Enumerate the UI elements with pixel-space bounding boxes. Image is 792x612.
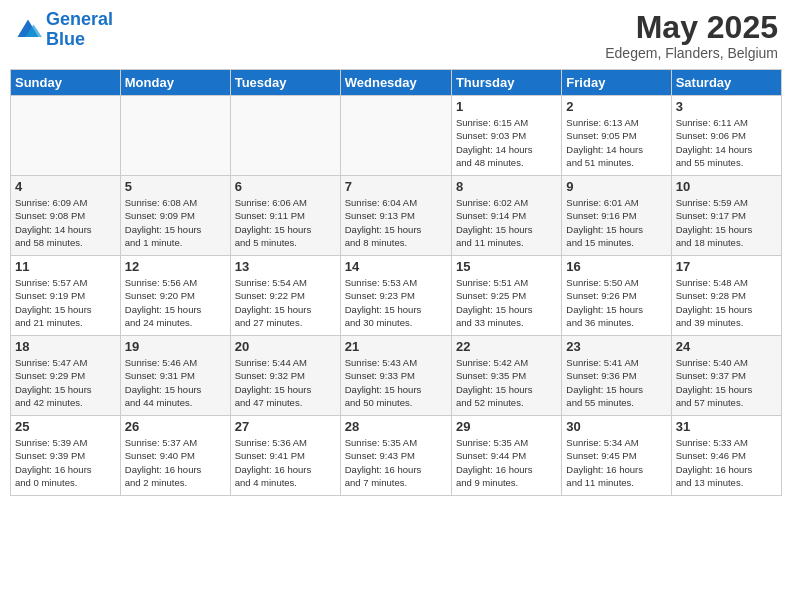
calendar-cell: 14Sunrise: 5:53 AM Sunset: 9:23 PM Dayli… xyxy=(340,256,451,336)
weekday-header-thursday: Thursday xyxy=(451,70,561,96)
calendar-cell xyxy=(230,96,340,176)
weekday-header-friday: Friday xyxy=(562,70,671,96)
day-info: Sunrise: 6:13 AM Sunset: 9:05 PM Dayligh… xyxy=(566,116,666,169)
day-number: 20 xyxy=(235,339,336,354)
calendar-cell: 6Sunrise: 6:06 AM Sunset: 9:11 PM Daylig… xyxy=(230,176,340,256)
day-info: Sunrise: 6:09 AM Sunset: 9:08 PM Dayligh… xyxy=(15,196,116,249)
day-number: 15 xyxy=(456,259,557,274)
logo-line1: General xyxy=(46,9,113,29)
day-number: 27 xyxy=(235,419,336,434)
day-info: Sunrise: 5:44 AM Sunset: 9:32 PM Dayligh… xyxy=(235,356,336,409)
day-number: 26 xyxy=(125,419,226,434)
day-number: 7 xyxy=(345,179,447,194)
day-info: Sunrise: 5:35 AM Sunset: 9:43 PM Dayligh… xyxy=(345,436,447,489)
day-info: Sunrise: 5:35 AM Sunset: 9:44 PM Dayligh… xyxy=(456,436,557,489)
day-number: 17 xyxy=(676,259,777,274)
calendar-cell: 27Sunrise: 5:36 AM Sunset: 9:41 PM Dayli… xyxy=(230,416,340,496)
weekday-header-saturday: Saturday xyxy=(671,70,781,96)
calendar-cell: 7Sunrise: 6:04 AM Sunset: 9:13 PM Daylig… xyxy=(340,176,451,256)
calendar-week-row: 25Sunrise: 5:39 AM Sunset: 9:39 PM Dayli… xyxy=(11,416,782,496)
day-info: Sunrise: 5:48 AM Sunset: 9:28 PM Dayligh… xyxy=(676,276,777,329)
calendar-cell xyxy=(11,96,121,176)
calendar-cell: 30Sunrise: 5:34 AM Sunset: 9:45 PM Dayli… xyxy=(562,416,671,496)
logo-icon xyxy=(14,16,42,44)
day-number: 12 xyxy=(125,259,226,274)
weekday-header-sunday: Sunday xyxy=(11,70,121,96)
calendar-cell xyxy=(120,96,230,176)
calendar-cell: 15Sunrise: 5:51 AM Sunset: 9:25 PM Dayli… xyxy=(451,256,561,336)
day-info: Sunrise: 5:42 AM Sunset: 9:35 PM Dayligh… xyxy=(456,356,557,409)
calendar-cell: 13Sunrise: 5:54 AM Sunset: 9:22 PM Dayli… xyxy=(230,256,340,336)
calendar-cell: 12Sunrise: 5:56 AM Sunset: 9:20 PM Dayli… xyxy=(120,256,230,336)
logo: General Blue xyxy=(14,10,113,50)
day-number: 2 xyxy=(566,99,666,114)
day-number: 8 xyxy=(456,179,557,194)
day-info: Sunrise: 6:06 AM Sunset: 9:11 PM Dayligh… xyxy=(235,196,336,249)
calendar-cell: 1Sunrise: 6:15 AM Sunset: 9:03 PM Daylig… xyxy=(451,96,561,176)
day-number: 21 xyxy=(345,339,447,354)
calendar-cell: 28Sunrise: 5:35 AM Sunset: 9:43 PM Dayli… xyxy=(340,416,451,496)
calendar-cell xyxy=(340,96,451,176)
calendar-cell: 10Sunrise: 5:59 AM Sunset: 9:17 PM Dayli… xyxy=(671,176,781,256)
day-info: Sunrise: 6:02 AM Sunset: 9:14 PM Dayligh… xyxy=(456,196,557,249)
calendar-cell: 3Sunrise: 6:11 AM Sunset: 9:06 PM Daylig… xyxy=(671,96,781,176)
calendar-cell: 11Sunrise: 5:57 AM Sunset: 9:19 PM Dayli… xyxy=(11,256,121,336)
day-info: Sunrise: 5:43 AM Sunset: 9:33 PM Dayligh… xyxy=(345,356,447,409)
day-number: 30 xyxy=(566,419,666,434)
day-number: 28 xyxy=(345,419,447,434)
day-number: 29 xyxy=(456,419,557,434)
day-number: 24 xyxy=(676,339,777,354)
day-info: Sunrise: 5:56 AM Sunset: 9:20 PM Dayligh… xyxy=(125,276,226,329)
day-number: 6 xyxy=(235,179,336,194)
day-number: 14 xyxy=(345,259,447,274)
weekday-header-row: SundayMondayTuesdayWednesdayThursdayFrid… xyxy=(11,70,782,96)
day-number: 11 xyxy=(15,259,116,274)
day-info: Sunrise: 5:46 AM Sunset: 9:31 PM Dayligh… xyxy=(125,356,226,409)
calendar-cell: 18Sunrise: 5:47 AM Sunset: 9:29 PM Dayli… xyxy=(11,336,121,416)
calendar-cell: 31Sunrise: 5:33 AM Sunset: 9:46 PM Dayli… xyxy=(671,416,781,496)
day-number: 9 xyxy=(566,179,666,194)
day-number: 25 xyxy=(15,419,116,434)
calendar-cell: 4Sunrise: 6:09 AM Sunset: 9:08 PM Daylig… xyxy=(11,176,121,256)
calendar-cell: 25Sunrise: 5:39 AM Sunset: 9:39 PM Dayli… xyxy=(11,416,121,496)
day-info: Sunrise: 6:01 AM Sunset: 9:16 PM Dayligh… xyxy=(566,196,666,249)
day-number: 1 xyxy=(456,99,557,114)
day-number: 19 xyxy=(125,339,226,354)
day-number: 18 xyxy=(15,339,116,354)
location-subtitle: Edegem, Flanders, Belgium xyxy=(605,45,778,61)
day-info: Sunrise: 5:57 AM Sunset: 9:19 PM Dayligh… xyxy=(15,276,116,329)
calendar-cell: 24Sunrise: 5:40 AM Sunset: 9:37 PM Dayli… xyxy=(671,336,781,416)
day-number: 31 xyxy=(676,419,777,434)
day-info: Sunrise: 5:47 AM Sunset: 9:29 PM Dayligh… xyxy=(15,356,116,409)
day-info: Sunrise: 5:53 AM Sunset: 9:23 PM Dayligh… xyxy=(345,276,447,329)
day-info: Sunrise: 5:36 AM Sunset: 9:41 PM Dayligh… xyxy=(235,436,336,489)
day-info: Sunrise: 6:11 AM Sunset: 9:06 PM Dayligh… xyxy=(676,116,777,169)
day-info: Sunrise: 5:50 AM Sunset: 9:26 PM Dayligh… xyxy=(566,276,666,329)
calendar-cell: 21Sunrise: 5:43 AM Sunset: 9:33 PM Dayli… xyxy=(340,336,451,416)
day-number: 22 xyxy=(456,339,557,354)
calendar-cell: 9Sunrise: 6:01 AM Sunset: 9:16 PM Daylig… xyxy=(562,176,671,256)
calendar-cell: 29Sunrise: 5:35 AM Sunset: 9:44 PM Dayli… xyxy=(451,416,561,496)
calendar-table: SundayMondayTuesdayWednesdayThursdayFrid… xyxy=(10,69,782,496)
day-info: Sunrise: 5:54 AM Sunset: 9:22 PM Dayligh… xyxy=(235,276,336,329)
calendar-cell: 20Sunrise: 5:44 AM Sunset: 9:32 PM Dayli… xyxy=(230,336,340,416)
calendar-cell: 26Sunrise: 5:37 AM Sunset: 9:40 PM Dayli… xyxy=(120,416,230,496)
title-block: May 2025 Edegem, Flanders, Belgium xyxy=(605,10,778,61)
day-info: Sunrise: 5:40 AM Sunset: 9:37 PM Dayligh… xyxy=(676,356,777,409)
calendar-week-row: 11Sunrise: 5:57 AM Sunset: 9:19 PM Dayli… xyxy=(11,256,782,336)
weekday-header-tuesday: Tuesday xyxy=(230,70,340,96)
logo-text: General Blue xyxy=(46,10,113,50)
calendar-cell: 2Sunrise: 6:13 AM Sunset: 9:05 PM Daylig… xyxy=(562,96,671,176)
month-title: May 2025 xyxy=(605,10,778,45)
day-info: Sunrise: 5:37 AM Sunset: 9:40 PM Dayligh… xyxy=(125,436,226,489)
day-info: Sunrise: 5:51 AM Sunset: 9:25 PM Dayligh… xyxy=(456,276,557,329)
day-info: Sunrise: 5:33 AM Sunset: 9:46 PM Dayligh… xyxy=(676,436,777,489)
day-number: 13 xyxy=(235,259,336,274)
page-header: General Blue May 2025 Edegem, Flanders, … xyxy=(10,10,782,61)
day-number: 23 xyxy=(566,339,666,354)
calendar-week-row: 1Sunrise: 6:15 AM Sunset: 9:03 PM Daylig… xyxy=(11,96,782,176)
weekday-header-monday: Monday xyxy=(120,70,230,96)
calendar-cell: 8Sunrise: 6:02 AM Sunset: 9:14 PM Daylig… xyxy=(451,176,561,256)
calendar-cell: 23Sunrise: 5:41 AM Sunset: 9:36 PM Dayli… xyxy=(562,336,671,416)
calendar-cell: 16Sunrise: 5:50 AM Sunset: 9:26 PM Dayli… xyxy=(562,256,671,336)
